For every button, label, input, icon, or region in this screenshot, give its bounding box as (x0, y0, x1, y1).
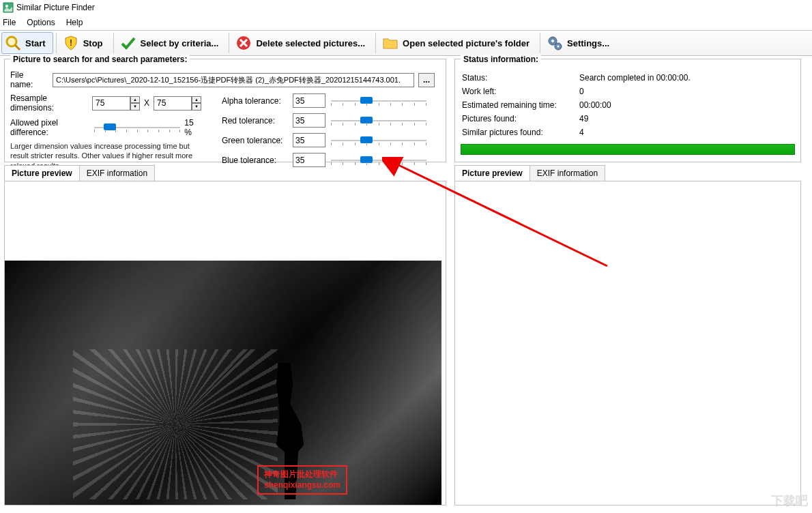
blue-input[interactable] (293, 153, 325, 167)
right-preview-body (454, 181, 801, 505)
menu-help[interactable]: Help (66, 18, 83, 27)
search-params-panel: Picture to search for and search paramet… (4, 59, 446, 162)
green-slider[interactable] (331, 134, 426, 147)
allowed-diff-label: Allowed pixel difference: (10, 118, 90, 137)
title-bar: Similar Picture Finder (0, 0, 812, 15)
green-input[interactable] (293, 133, 325, 147)
eta-label: Estimated remaining time: (462, 99, 578, 111)
right-preview-panel: Picture preview EXIF information (454, 165, 801, 505)
delete-selected-button[interactable]: Delete selected pictures... (232, 32, 373, 54)
alpha-label: Alpha tolerance: (222, 96, 287, 106)
check-icon (120, 35, 136, 51)
similar-label: Similar pictures found: (462, 126, 578, 138)
green-label: Green tolerance: (222, 136, 287, 145)
filename-input[interactable] (53, 73, 414, 87)
open-folder-button[interactable]: Open selected picture's folder (379, 32, 537, 54)
svg-text:!: ! (70, 38, 72, 48)
svg-point-4 (8, 38, 15, 45)
shield-stop-icon: ! (63, 35, 79, 51)
svg-point-10 (551, 40, 554, 42)
toolbar-separator (375, 33, 376, 53)
workleft-value: 0 (579, 85, 794, 98)
left-preview-body: 神奇图片批处理软件 shenqixiangsu.com (4, 181, 446, 505)
similar-value: 4 (579, 126, 794, 138)
toolbar-separator (56, 33, 57, 53)
svg-point-12 (557, 46, 559, 48)
settings-button[interactable]: Settings... (543, 32, 617, 54)
app-icon (3, 2, 14, 13)
resample-width-input[interactable] (92, 96, 130, 111)
status-title: Status information: (461, 55, 541, 64)
svg-line-3 (15, 45, 20, 50)
red-slider[interactable] (331, 115, 426, 127)
spin-buttons[interactable]: ▲▼ (130, 96, 140, 111)
tab-picture-preview-left[interactable]: Picture preview (4, 165, 80, 181)
status-value: Search completed in 00:00:00. (579, 72, 794, 84)
spin-buttons[interactable]: ▲▼ (192, 96, 201, 111)
workleft-label: Work left: (462, 85, 578, 98)
status-panel: Status information: Status:Search comple… (454, 59, 801, 162)
start-button[interactable]: Start (1, 32, 53, 54)
gear-icon (547, 35, 563, 51)
eta-value: 00:00:00 (579, 99, 794, 111)
progress-bar (461, 144, 795, 155)
left-preview-panel: Picture preview EXIF information 神奇图片批处理… (4, 165, 446, 505)
red-input[interactable] (293, 113, 325, 128)
menu-options[interactable]: Options (27, 18, 55, 27)
blue-label: Blue tolerance: (222, 156, 287, 165)
found-label: Pictures found: (462, 113, 578, 125)
tab-exif-right[interactable]: EXIF information (530, 165, 605, 181)
toolbar-separator (113, 33, 114, 53)
resample-height-input[interactable] (154, 96, 192, 111)
toolbar-separator (540, 33, 540, 53)
alpha-input[interactable] (293, 93, 325, 108)
found-value: 49 (579, 113, 794, 125)
menu-bar: File Options Help (0, 15, 812, 30)
image-watermark: 神奇图片批处理软件 shenqixiangsu.com (257, 465, 347, 495)
resample-x: X (144, 98, 149, 108)
blue-slider[interactable] (331, 154, 426, 166)
app-title: Similar Picture Finder (16, 3, 95, 12)
resample-label: Resample dimensions: (10, 93, 88, 113)
red-label: Red tolerance: (222, 116, 287, 126)
search-icon (5, 35, 21, 51)
params-title: Picture to search for and search paramet… (10, 55, 190, 64)
status-label: Status: (462, 72, 578, 84)
preview-image: 神奇图片批处理软件 shenqixiangsu.com (5, 261, 441, 505)
menu-file[interactable]: File (3, 18, 16, 27)
toolbar: Start ! Stop Select by criteria... Delet… (0, 30, 812, 56)
stop-button[interactable]: ! Stop (59, 32, 111, 54)
filename-label: File name: (10, 70, 48, 89)
tab-picture-preview-right[interactable]: Picture preview (454, 165, 530, 181)
corner-watermark: 下载吧 (771, 493, 808, 509)
allowed-diff-slider[interactable] (94, 121, 180, 134)
browse-button[interactable]: ... (418, 73, 435, 87)
toolbar-separator (229, 33, 229, 53)
svg-point-1 (5, 5, 8, 8)
delete-icon (235, 35, 252, 51)
allowed-diff-value: 15 % (184, 118, 201, 137)
alpha-slider[interactable] (331, 95, 426, 107)
folder-icon (382, 35, 398, 51)
select-criteria-button[interactable]: Select by criteria... (117, 32, 227, 54)
